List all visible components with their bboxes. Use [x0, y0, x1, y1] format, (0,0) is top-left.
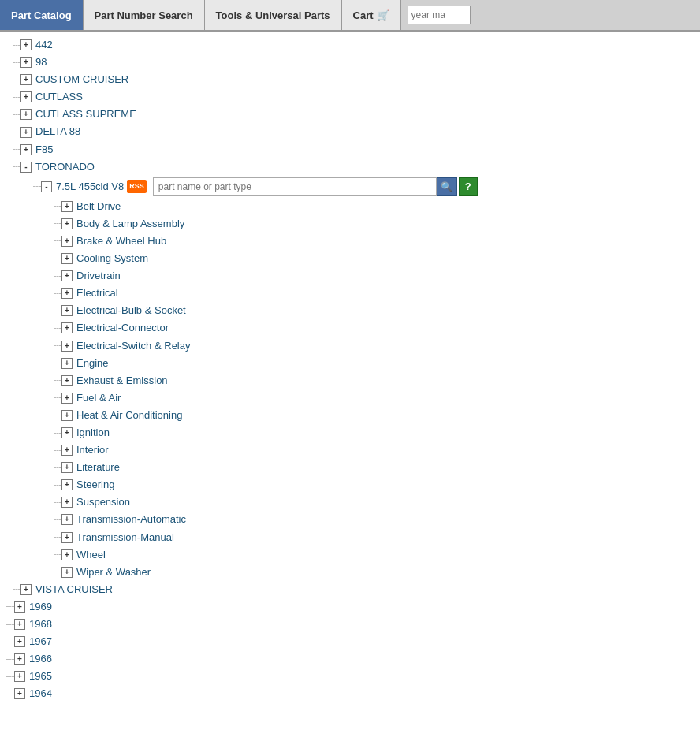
expander-f85[interactable]: +	[20, 144, 32, 155]
category-item[interactable]: + Fuel & Air	[54, 389, 694, 407]
expander-cat-0[interactable]: +	[61, 201, 73, 212]
category-item[interactable]: + Electrical-Bulb & Socket	[54, 302, 694, 319]
expander-1969[interactable]: +	[14, 601, 25, 613]
year-make-input[interactable]	[408, 6, 471, 24]
part-search-input[interactable]	[153, 177, 437, 196]
expander-cat-10[interactable]: +	[61, 375, 73, 386]
rss-icon: RSS	[127, 180, 147, 193]
tree-item-f85[interactable]: + F85	[13, 141, 694, 158]
expander-1966[interactable]: +	[14, 653, 25, 665]
year-make-search-area	[401, 0, 477, 30]
category-item[interactable]: + Cooling System	[54, 250, 694, 267]
category-item[interactable]: + Drivetrain	[54, 267, 694, 285]
expander-cat-7[interactable]: +	[61, 322, 73, 333]
toronado-children: - 7.5L 455cid V8 RSS 🔍	[27, 176, 694, 581]
expander-cat-15[interactable]: +	[61, 462, 73, 473]
tree-item-442[interactable]: + 442	[13, 36, 694, 54]
expander-engine[interactable]: -	[41, 181, 52, 192]
expander-cat-16[interactable]: +	[61, 479, 73, 490]
tree-item-cutlass-supreme[interactable]: + CUTLASS SUPREME	[13, 106, 694, 123]
expander-cat-5[interactable]: +	[61, 288, 73, 299]
tree-item-delta88[interactable]: + DELTA 88	[13, 123, 694, 140]
expander-toronado[interactable]: -	[20, 162, 32, 173]
tree-item-year-1967[interactable]: + 1967	[6, 633, 694, 650]
tab-tools-universal[interactable]: Tools & Universal Parts	[205, 0, 342, 30]
expander-cat-18[interactable]: +	[61, 514, 73, 525]
expander-cat-3[interactable]: +	[61, 253, 73, 264]
tree-item-vista-cruiser[interactable]: + VISTA CRUISER	[13, 581, 694, 598]
category-item[interactable]: + Wheel	[54, 546, 694, 564]
category-item[interactable]: + Electrical	[54, 285, 694, 302]
tree-item-toronado[interactable]: - TORONADO	[13, 158, 694, 176]
expander-cat-2[interactable]: +	[61, 236, 73, 247]
tab-cart[interactable]: Cart 🛒	[342, 0, 401, 30]
tree-item-custom-cruiser[interactable]: + CUSTOM CRUISER	[13, 71, 694, 88]
year-items: + 1969 + 1968 + 1967 + 1966 + 1965 +	[6, 598, 694, 703]
catalog-tree: + 442 + 98 + C	[6, 36, 694, 702]
tree-item-98[interactable]: + 98	[13, 54, 694, 71]
category-item[interactable]: + Ignition	[54, 424, 694, 441]
category-item[interactable]: + Wiper & Washer	[54, 564, 694, 581]
main-content: + 442 + 98 + C	[0, 32, 700, 707]
expander-1968[interactable]: +	[14, 619, 25, 630]
expander-cat-21[interactable]: +	[61, 567, 73, 578]
search-button[interactable]: 🔍	[437, 177, 457, 196]
expander-vista-cruiser[interactable]: +	[20, 584, 32, 595]
expander-cat-1[interactable]: +	[61, 218, 73, 229]
category-item[interactable]: + Heat & Air Conditioning	[54, 407, 694, 424]
expander-1965[interactable]: +	[14, 671, 25, 682]
engine-row: - 7.5L 455cid V8 RSS 🔍	[33, 177, 694, 196]
category-item[interactable]: + Electrical-Connector	[54, 319, 694, 337]
category-item[interactable]: + Literature	[54, 459, 694, 476]
category-item[interactable]: + Transmission-Manual	[54, 529, 694, 546]
category-item[interactable]: + Brake & Wheel Hub	[54, 233, 694, 250]
expander-cat-11[interactable]: +	[61, 393, 73, 404]
category-item[interactable]: + Suspension	[54, 493, 694, 511]
cart-icon: 🛒	[377, 9, 389, 21]
expander-cat-6[interactable]: +	[61, 305, 73, 316]
expander-cat-19[interactable]: +	[61, 532, 73, 543]
category-item[interactable]: + Transmission-Automatic	[54, 511, 694, 528]
expander-cat-12[interactable]: +	[61, 410, 73, 421]
expander-cat-8[interactable]: +	[61, 341, 73, 352]
category-item[interactable]: + Electrical-Switch & Relay	[54, 337, 694, 355]
help-button[interactable]: ?	[459, 177, 478, 196]
expander-442[interactable]: +	[20, 39, 32, 50]
expander-cutlass[interactable]: +	[20, 91, 32, 102]
tab-part-catalog[interactable]: Part Catalog	[0, 0, 84, 30]
expander-custom-cruiser[interactable]: +	[20, 74, 32, 85]
expander-98[interactable]: +	[20, 57, 32, 68]
tree-item-year-1965[interactable]: + 1965	[6, 668, 694, 685]
category-item[interactable]: + Interior	[54, 441, 694, 459]
search-icon: 🔍	[441, 181, 452, 192]
expander-cat-17[interactable]: +	[61, 497, 73, 508]
tree-item-year-1966[interactable]: + 1966	[6, 650, 694, 668]
category-item[interactable]: + Exhaust & Emission	[54, 372, 694, 389]
expander-delta88[interactable]: +	[20, 127, 32, 138]
expander-cat-13[interactable]: +	[61, 427, 73, 438]
expander-cat-4[interactable]: +	[61, 270, 73, 281]
category-item[interactable]: + Steering	[54, 476, 694, 493]
tree-item-cutlass[interactable]: + CUTLASS	[13, 88, 694, 106]
tree-item-year-1968[interactable]: + 1968	[6, 616, 694, 633]
expander-cat-9[interactable]: +	[61, 358, 73, 369]
category-item[interactable]: + Engine	[54, 355, 694, 372]
tab-part-number-search[interactable]: Part Number Search	[84, 0, 205, 30]
tree-item-year-1964[interactable]: + 1964	[6, 685, 694, 702]
expander-cat-20[interactable]: +	[61, 549, 73, 560]
expander-cat-14[interactable]: +	[61, 445, 73, 456]
header-tabs: Part Catalog Part Number Search Tools & …	[0, 0, 700, 32]
tree-item-year-1969[interactable]: + 1969	[6, 598, 694, 616]
categories-list: + Belt Drive + Body & Lamp Assembly + Br…	[47, 198, 694, 581]
category-item[interactable]: + Body & Lamp Assembly	[54, 215, 694, 233]
category-item[interactable]: + Belt Drive	[54, 198, 694, 215]
help-icon: ?	[465, 181, 471, 192]
expander-cutlass-supreme[interactable]: +	[20, 109, 32, 120]
expander-1964[interactable]: +	[14, 688, 25, 699]
expander-1967[interactable]: +	[14, 636, 25, 647]
